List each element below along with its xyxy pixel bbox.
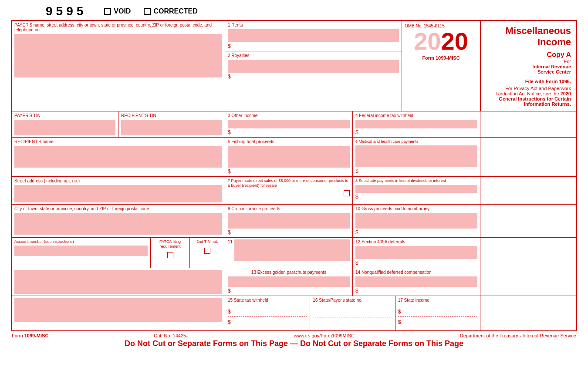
city-state-field[interactable] [14,213,222,235]
substitute-field[interactable] [355,185,477,193]
crop-field[interactable] [228,213,350,229]
gross-proceeds-lbl: 10 Gross proceeds paid to an attorney [355,206,477,211]
field11-section: 11 [225,238,353,268]
street-address-section: Street address (including apt. no.) [12,177,225,204]
year-big: 2020 [405,29,477,54]
rents-royalties-col: 1 Rents $ 2 Royalties $ [225,21,402,111]
other-income-field[interactable] [228,120,350,128]
right-panel-spacer-b [480,111,576,137]
gross-proceeds-field[interactable] [355,213,477,229]
second-tin-section: 2nd TIN not. [190,238,225,268]
fatca-chk[interactable] [167,252,173,258]
omb-year-section: OMB No. 1545-0115 2020 Form 1099-MISC [402,21,480,111]
yr-20-light: 20 [414,27,441,55]
substitute-dollar: $ [355,194,477,200]
second-tin-chk[interactable] [204,248,210,254]
other-income-section: 3 Other income $ [225,111,353,137]
state-left-section [12,296,225,330]
rents-section: 1 Rents $ [225,21,402,51]
account-field[interactable] [14,246,148,256]
medical-lbl: 6 Medical and health care payments [355,139,477,144]
field11-field[interactable] [234,239,350,261]
right-panel-spacer-c [480,138,576,176]
footer-form-name: Form 1099-MISC [12,333,48,338]
right-panel-spacer-f [480,238,576,268]
federal-withheld-field[interactable] [355,120,477,128]
recipient-name-field[interactable] [14,146,222,168]
right-panel-spacer-e [480,205,576,237]
large-pink-section [12,268,225,296]
irs-strong: Internal RevenueService Center [532,64,571,74]
row-c: RECIPIENT'S name 5 Fishing boat proceeds… [12,138,576,177]
large-pink-field[interactable] [14,270,222,294]
state-tax-dollar2: $ [228,319,307,325]
main-form: PAYER'S name, street address, city or to… [11,20,577,331]
second-tin-lbl: 2nd TIN not. [193,239,222,244]
crop-dollar: $ [228,229,350,236]
top-bar: 9595 VOID CORRECTED [11,4,577,18]
state-income-dollar2: $ [398,319,477,325]
excess-golden-lbl: 13 Excess golden parachute payments [228,270,350,275]
section409a-field[interactable] [355,246,477,259]
rents-field[interactable] [228,29,399,42]
other-income-dollar: $ [228,129,350,135]
excess-golden-field[interactable] [228,276,350,287]
gross-proceeds-dollar: $ [355,229,477,236]
fishing-field[interactable] [228,146,350,168]
file-bold: File with Form 1096. [525,79,571,84]
direct-sales-checkbox[interactable] [344,190,350,196]
fishing-section: 5 Fishing boat proceeds $ [225,138,353,176]
medical-field[interactable] [355,145,477,167]
void-label-area[interactable]: VOID [104,7,131,15]
form-bold-name: 1099-MISC [436,55,460,61]
street-address-field[interactable] [14,185,222,202]
payer-name-section: PAYER'S name, street address, city or to… [12,21,225,111]
row-h: 15 State tax withheld $ $ 16 State/Payer… [12,296,576,330]
street-address-lbl: Street address (including apt. no.) [14,178,222,183]
row-d: Street address (including apt. no.) 7 Pa… [12,177,576,205]
section409a-lbl: 12 Section 409A deferrals [355,239,477,244]
fishing-dollar: $ [228,168,350,175]
section409a-section: 12 Section 409A deferrals $ [353,238,480,268]
for-irs: ForInternal RevenueService Center [486,59,571,74]
void-checkbox-sq[interactable] [104,8,111,15]
yr-20-dark: 20 [441,27,468,55]
state-income-dollar1: $ [398,309,477,316]
footer-department: Department of the Treasury - Internal Re… [460,333,576,338]
footer-form-1099-misc: 1099-MISC [24,333,49,338]
fatca-section: FATCA filing requirement [151,238,190,268]
federal-withheld-dollar: $ [355,129,477,135]
state-income-section: 17 State income $ $ [395,296,480,330]
state-payer-lbl: 16 State/Payer's state no. [313,298,392,303]
state-left-field[interactable] [14,298,222,322]
excess-golden-section: 13 Excess golden parachute payments $ [225,268,353,296]
payer-tin-lbl: PAYER'S TIN [14,113,115,118]
rents-lbl: 1 Rents [228,23,399,27]
right-panel-spacer-h [480,296,576,330]
crop-lbl: 9 Crop insurance proceeds [228,206,350,211]
nonqualified-dollar: $ [355,288,477,294]
nonqualified-field[interactable] [355,276,477,287]
royalties-lbl: 2 Royalties [228,53,399,58]
payer-tin-field[interactable] [14,120,115,135]
royalties-field[interactable] [228,60,399,73]
substitute-lbl: 8 Substitute payments in lieu of dividen… [355,178,477,184]
corrected-label-area[interactable]: CORRECTED [144,7,197,15]
row-g: 13 Excess golden parachute payments $ 14… [12,268,576,296]
footer-website: www.irs.gov/Form1099MISC [294,333,355,338]
form-9595: 9595 [46,4,87,18]
account-number-section: Account number (see instructions) [12,238,151,268]
state-tax-dollar1: $ [228,309,307,316]
recipient-name-lbl: RECIPIENT'S name [14,139,222,144]
payer-tin-section: PAYER'S TIN [12,111,118,137]
direct-sales-section: 7 Payer made direct sales of $5,000 or m… [225,177,353,204]
corrected-checkbox-sq[interactable] [144,8,151,15]
payer-name-field[interactable] [14,34,222,77]
fishing-lbl: 5 Fishing boat proceeds [228,139,350,144]
state-payer-field1[interactable] [313,309,392,317]
recipient-name-section: RECIPIENT'S name [12,138,225,176]
recipient-tin-field[interactable] [121,120,222,135]
row-e: City or town, state or province, country… [12,205,576,238]
state-payer-field2[interactable] [313,320,392,329]
city-state-section: City or town, state or province, country… [12,205,225,237]
